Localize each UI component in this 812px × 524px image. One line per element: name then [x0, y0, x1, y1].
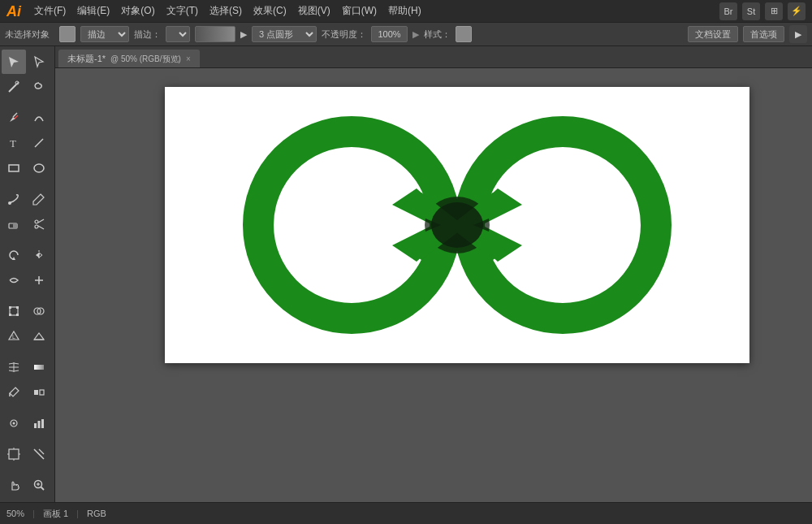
- point-type-dropdown[interactable]: 3 点圆形: [252, 26, 317, 42]
- doc-tab-title: 未标题-1*: [67, 53, 106, 65]
- status-sep-2: |: [76, 509, 79, 518]
- line-tool[interactable]: [27, 131, 51, 155]
- svg-rect-33: [40, 390, 44, 395]
- doc-tab-close-btn[interactable]: ×: [186, 54, 191, 63]
- stroke-dropdown[interactable]: 描边: [80, 26, 129, 42]
- tool-row-11: L: [2, 324, 53, 349]
- pencil-tool[interactable]: [27, 187, 51, 211]
- svg-rect-5: [9, 165, 19, 171]
- paintbrush-tool[interactable]: [2, 187, 26, 211]
- svg-rect-39: [9, 449, 19, 459]
- svg-rect-21: [9, 314, 11, 316]
- tool-row-1: [2, 50, 53, 74]
- menu-object[interactable]: 对象(O): [116, 2, 159, 19]
- opacity-arrow[interactable]: ▶: [412, 29, 419, 40]
- canvas-area: 未标题-1* @ 50% (RGB/预览) ×: [55, 46, 812, 502]
- lasso-tool[interactable]: [27, 75, 51, 99]
- tool-row-5: [2, 156, 53, 180]
- bridge-btn[interactable]: Br: [719, 2, 737, 20]
- svg-line-4: [35, 139, 43, 147]
- menu-window[interactable]: 窗口(W): [337, 2, 382, 19]
- free-transform-tool[interactable]: [2, 299, 26, 323]
- menu-effect[interactable]: 效果(C): [248, 2, 292, 19]
- options-extra-btn[interactable]: ▶: [789, 25, 807, 43]
- menu-bar: 文件(F) 编辑(E) 对象(O) 文字(T) 选择(S) 效果(C) 视图(V…: [29, 2, 426, 19]
- svg-point-62: [431, 202, 483, 248]
- gradient-tool[interactable]: [27, 355, 51, 379]
- svg-rect-32: [34, 390, 38, 395]
- artboard-tool[interactable]: [2, 442, 26, 466]
- ai-logo: Ai: [6, 4, 21, 19]
- menu-edit[interactable]: 编辑(E): [72, 2, 114, 19]
- rectangle-tool[interactable]: [2, 156, 26, 180]
- live-paint-tool[interactable]: L: [2, 324, 26, 349]
- slice-tool[interactable]: [27, 442, 51, 466]
- svg-point-55: [289, 162, 414, 288]
- tab-bar: 未标题-1* @ 50% (RGB/预览) ×: [55, 46, 812, 68]
- svg-rect-9: [13, 223, 17, 228]
- svg-point-7: [8, 201, 11, 205]
- column-graph-tool[interactable]: [27, 411, 51, 435]
- svg-line-47: [41, 487, 45, 491]
- reflect-tool[interactable]: [27, 243, 51, 267]
- main-layout: T: [0, 46, 812, 502]
- shape-builder-tool[interactable]: [27, 299, 51, 323]
- direct-selection-tool[interactable]: [27, 50, 51, 74]
- document-tab[interactable]: 未标题-1* @ 50% (RGB/预览) ×: [58, 50, 200, 67]
- perspective-tool[interactable]: [27, 324, 51, 349]
- ellipse-tool[interactable]: [27, 156, 51, 180]
- style-swatch[interactable]: [456, 26, 472, 42]
- zoom-tool[interactable]: [27, 473, 51, 497]
- symbol-sprayer-tool[interactable]: [2, 411, 26, 435]
- width-tool[interactable]: [27, 268, 51, 292]
- tool-row-7: [2, 212, 53, 236]
- status-bar: 50% | 画板 1 | RGB: [0, 502, 812, 524]
- warp-tool[interactable]: [2, 268, 26, 292]
- title-bar: Ai 文件(F) 编辑(E) 对象(O) 文字(T) 选择(S) 效果(C) 视…: [0, 0, 812, 22]
- selection-tool[interactable]: [2, 50, 26, 74]
- menu-view[interactable]: 视图(V): [293, 2, 335, 19]
- hand-tool[interactable]: [2, 473, 26, 497]
- doc-tab-info: @ 50% (RGB/预览): [110, 54, 181, 65]
- svg-line-44: [34, 449, 44, 459]
- rotate-tool[interactable]: [2, 243, 26, 267]
- tool-row-8: [2, 243, 53, 267]
- type-tool[interactable]: T: [2, 131, 26, 155]
- opacity-input[interactable]: [371, 26, 408, 42]
- svg-line-13: [38, 226, 44, 229]
- scissors-tool[interactable]: [27, 212, 51, 236]
- menu-help[interactable]: 帮助(H): [383, 2, 426, 19]
- eyedropper-tool[interactable]: [2, 380, 26, 405]
- left-toolbar: T: [0, 46, 55, 502]
- tool-row-9: [2, 268, 53, 292]
- eraser-tool[interactable]: [2, 212, 26, 236]
- svg-point-10: [35, 220, 38, 223]
- workspace-btn[interactable]: ⊞: [765, 2, 783, 20]
- svg-point-35: [13, 422, 15, 425]
- magic-wand-tool[interactable]: [2, 75, 26, 99]
- power-btn[interactable]: ⚡: [788, 2, 806, 20]
- pen-tool[interactable]: [2, 106, 26, 130]
- curvature-tool[interactable]: [27, 106, 51, 130]
- svg-line-12: [38, 219, 44, 223]
- stock-btn[interactable]: St: [742, 2, 760, 20]
- status-sep-1: |: [32, 509, 35, 518]
- menu-file[interactable]: 文件(F): [29, 2, 71, 19]
- infinity-container: [181, 103, 733, 347]
- svg-rect-22: [16, 314, 19, 316]
- fill-swatch[interactable]: [59, 26, 76, 42]
- preferences-button[interactable]: 首选项: [743, 26, 784, 42]
- svg-rect-19: [9, 306, 11, 309]
- stroke-style-dropdown[interactable]: —: [166, 26, 190, 42]
- doc-setup-button[interactable]: 文档设置: [688, 26, 738, 42]
- stroke-label: 描边：: [134, 28, 161, 41]
- zoom-level: 50%: [6, 509, 24, 518]
- tool-row-2: [2, 75, 53, 99]
- artboard-info: 画板 1: [43, 508, 68, 520]
- svg-marker-14: [12, 257, 15, 260]
- blend-tool[interactable]: [27, 380, 51, 405]
- svg-point-11: [35, 225, 38, 228]
- menu-select[interactable]: 选择(S): [205, 2, 247, 19]
- mesh-tool[interactable]: [2, 355, 26, 379]
- menu-type[interactable]: 文字(T): [162, 2, 203, 19]
